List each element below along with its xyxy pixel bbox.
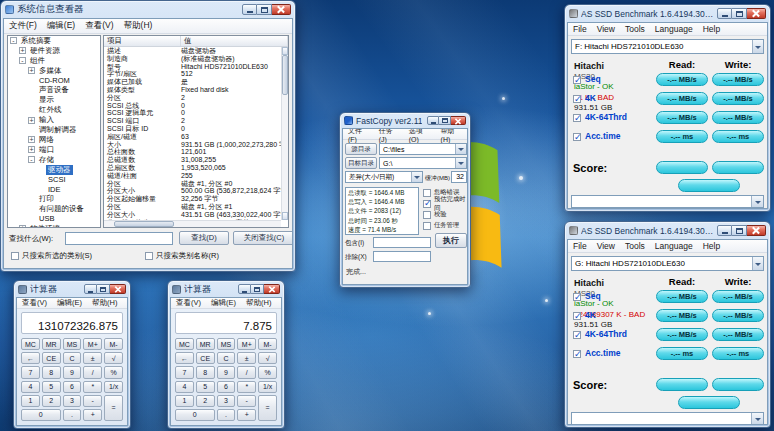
calc-key-MR[interactable]: MR <box>196 338 215 350</box>
checkbox[interactable] <box>423 211 431 219</box>
expand-icon[interactable]: + <box>19 225 26 228</box>
minimize-button[interactable] <box>238 284 251 294</box>
fastcopy-option-1[interactable]: 预估完成时间 <box>423 198 468 209</box>
dropdown-arrow-icon[interactable] <box>455 158 466 168</box>
include-filter-input[interactable] <box>373 237 431 248</box>
calc-key-*[interactable]: * <box>83 381 102 393</box>
asssd2-menu-2[interactable]: Tools <box>620 241 650 251</box>
calc-key-1[interactable]: 1 <box>21 395 40 407</box>
calc-key-←[interactable]: ← <box>21 352 40 364</box>
calc-key-7[interactable]: 7 <box>175 366 194 378</box>
source-dir-button[interactable]: 源目录 <box>345 143 377 155</box>
sysinfo-menu-1[interactable]: 编辑(E) <box>42 20 80 32</box>
calc-key-±[interactable]: ± <box>83 352 102 364</box>
minimize-button[interactable] <box>717 225 732 236</box>
maximize-button[interactable] <box>97 284 110 294</box>
calc-key-2[interactable]: 2 <box>42 395 61 407</box>
tree-item-9[interactable]: 调制解调器 <box>8 125 100 135</box>
dest-path-combo[interactable]: G:\ <box>379 157 467 169</box>
calc-key-%[interactable]: % <box>104 366 123 378</box>
info-row-6[interactable]: 分区2 <box>104 94 288 102</box>
tree-item-8[interactable]: +输入 <box>8 115 100 125</box>
calc-key-MC[interactable]: MC <box>175 338 194 350</box>
calc-key-+[interactable]: + <box>83 409 102 421</box>
asssd2-menu-0[interactable]: File <box>568 241 592 251</box>
scrollbar-thumb[interactable] <box>282 55 288 95</box>
horizontal-scrollbar[interactable] <box>104 220 281 227</box>
tree-item-4[interactable]: CD-ROM <box>8 76 100 86</box>
minimize-button[interactable] <box>717 8 732 19</box>
calc-key-=[interactable]: = <box>258 395 277 421</box>
calc-key-M-[interactable]: M- <box>258 338 277 350</box>
tree-item-7[interactable]: 红外线 <box>8 105 100 115</box>
asssd1-menu-1[interactable]: View <box>592 24 620 34</box>
exclude-filter-input[interactable] <box>373 251 431 262</box>
info-row-8[interactable]: SCSI 逻辑单元0 <box>104 109 288 117</box>
calc-key-9[interactable]: 9 <box>217 366 236 378</box>
calculator1-menu-0[interactable]: 查看(V) <box>17 298 52 308</box>
calc-key-8[interactable]: 8 <box>196 366 215 378</box>
tree-item-14[interactable]: SCSI <box>8 174 100 184</box>
info-row-1[interactable]: 制造商(标准磁盘驱动器) <box>104 55 288 63</box>
minimize-button[interactable] <box>242 4 257 15</box>
drive-select-combo[interactable]: F: Hitachi HDS721010DLE630 <box>571 39 764 54</box>
info-row-3[interactable]: 字节/扇区512 <box>104 70 288 78</box>
calc-key--[interactable]: - <box>83 395 102 407</box>
info-row-18[interactable]: 分区大小500.00 GB (536,872,218,624 字节) <box>104 187 288 195</box>
sysinfo-menu-2[interactable]: 查看(V) <box>80 20 118 32</box>
info-row-2[interactable]: 型号Hitachi HDS721010DLE630 <box>104 63 288 71</box>
maximize-button[interactable] <box>439 116 451 125</box>
find-button[interactable]: 查找(D) <box>179 231 229 245</box>
maximize-button[interactable] <box>732 8 747 19</box>
fastcopy-menu-3[interactable]: 帮助(H) <box>436 128 467 143</box>
dropdown-arrow-icon[interactable] <box>752 40 763 53</box>
asssd2-titlebar[interactable]: AS SSD Benchmark 1.6.4194.30125 <box>565 222 770 239</box>
tree-item-17[interactable]: 有问题的设备 <box>8 204 100 214</box>
calc-key-9[interactable]: 9 <box>63 366 82 378</box>
info-row-10[interactable]: SCSI 目标 ID0 <box>104 125 288 133</box>
info-row-7[interactable]: SCSI 总线0 <box>104 102 288 110</box>
maximize-button[interactable] <box>251 284 264 294</box>
drive-select-combo[interactable]: G: Hitachi HDS721010DLE630 <box>571 256 764 271</box>
dropdown-arrow-icon[interactable] <box>751 196 763 207</box>
expand-icon[interactable]: + <box>28 67 35 74</box>
calc-key-.[interactable]: . <box>63 409 82 421</box>
bench-checkbox[interactable] <box>573 76 581 84</box>
dropdown-arrow-icon[interactable] <box>751 413 763 424</box>
vertical-scrollbar[interactable] <box>281 47 288 220</box>
column-header-item[interactable]: 项目 <box>104 36 181 46</box>
asssd1-menu-4[interactable]: Help <box>698 24 725 34</box>
calc-key-=[interactable]: = <box>104 395 123 421</box>
calculator2-titlebar[interactable]: 计算器 <box>168 281 284 297</box>
checkbox[interactable] <box>423 189 431 197</box>
calc-key-+[interactable]: + <box>237 409 256 421</box>
asssd1-menu-0[interactable]: File <box>568 24 592 34</box>
info-row-14[interactable]: 总磁道数31,008,255 <box>104 156 288 164</box>
calc-key-0[interactable]: 0 <box>21 409 61 421</box>
fastcopy-menu-1[interactable]: 任务(J) <box>374 128 404 143</box>
tree-item-13[interactable]: 驱动器 <box>8 165 100 175</box>
calc-key-4[interactable]: 4 <box>175 381 194 393</box>
dropdown-arrow-icon[interactable] <box>411 172 422 182</box>
calc-key-1[interactable]: 1 <box>175 395 194 407</box>
calc-key-0[interactable]: 0 <box>175 409 215 421</box>
tree-item-3[interactable]: +多媒体 <box>8 66 100 76</box>
copy-mode-combo[interactable]: 差异(大小/日期) <box>345 171 423 183</box>
calc-key-8[interactable]: 8 <box>42 366 61 378</box>
bench-checkbox[interactable] <box>573 350 581 358</box>
collapse-icon[interactable]: - <box>28 156 35 163</box>
close-find-button[interactable]: 关闭查找(C) <box>233 231 293 245</box>
calculator2-menu-1[interactable]: 编辑(E) <box>206 298 241 308</box>
buffer-size-input[interactable]: 32 <box>451 171 467 183</box>
checkbox[interactable] <box>145 252 153 260</box>
calc-key-4[interactable]: 4 <box>21 381 40 393</box>
tree-item-1[interactable]: +硬件资源 <box>8 46 100 56</box>
asssd2-menu-1[interactable]: View <box>592 241 620 251</box>
calc-key-±[interactable]: ± <box>237 352 256 364</box>
dest-dir-button[interactable]: 目标目录 <box>345 157 377 169</box>
info-row-21[interactable]: 分区大小431.51 GB (463,330,022,400 字节) <box>104 211 288 219</box>
checkbox[interactable] <box>11 252 19 260</box>
tree-item-15[interactable]: IDE <box>8 184 100 194</box>
calculator2-menu-2[interactable]: 帮助(H) <box>241 298 276 308</box>
benchmark-progress-dropdown[interactable] <box>571 195 764 208</box>
